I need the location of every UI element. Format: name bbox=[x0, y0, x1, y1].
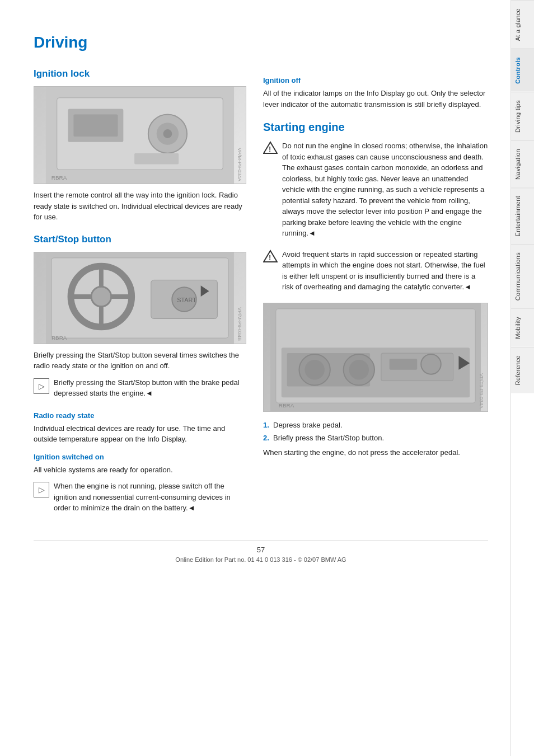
svg-text:START: START bbox=[177, 296, 196, 303]
footer: 57 Online Edition for Part no. 01 41 0 0… bbox=[34, 541, 488, 563]
start-stop-note-text: Briefly pressing the Start/Stop button w… bbox=[54, 377, 246, 399]
svg-text:!: ! bbox=[269, 145, 271, 153]
start-stop-note: ▷ Briefly pressing the Start/Stop button… bbox=[34, 377, 246, 403]
start-stop-title: Start/Stop button bbox=[34, 234, 246, 245]
warning-triangle-icon-2: ! bbox=[263, 249, 278, 264]
sidebar-tab-reference[interactable]: Reference bbox=[511, 347, 534, 393]
svg-point-6 bbox=[163, 129, 172, 138]
warning-2-text: Avoid frequent starts in rapid successio… bbox=[282, 249, 488, 293]
arrow-icon: ▷ bbox=[34, 378, 49, 394]
start-stop-body: Briefly pressing the Start/Stop button s… bbox=[34, 350, 246, 372]
svg-point-33 bbox=[349, 359, 369, 379]
sidebar-tab-mobility[interactable]: Mobility bbox=[511, 308, 534, 347]
main-content: Driving Ignition lock RBRA VP/M bbox=[0, 0, 510, 756]
arrow-icon-2: ▷ bbox=[34, 482, 49, 497]
ignition-on-note: ▷ When the engine is not running, please… bbox=[34, 481, 246, 518]
warning-triangle-icon-1: ! bbox=[263, 140, 278, 155]
sidebar: At a glance Controls Driving tips Naviga… bbox=[510, 0, 534, 756]
svg-point-31 bbox=[305, 359, 325, 379]
ignition-on-note-text: When the engine is not running, please s… bbox=[54, 481, 246, 514]
step-2: 2. Briefly press the Start/Stop button. bbox=[263, 433, 488, 444]
sidebar-tab-driving-tips[interactable]: Driving tips bbox=[511, 92, 534, 140]
warning-2: ! Avoid frequent starts in rapid success… bbox=[263, 249, 488, 297]
left-column: Ignition lock RBRA VP/M-P9-034A Insert t… bbox=[34, 68, 246, 524]
svg-point-12 bbox=[91, 287, 111, 307]
right-column: Ignition off All of the indicator lamps … bbox=[263, 68, 488, 524]
ignition-off-body: All of the indicator lamps on the Info D… bbox=[263, 88, 488, 110]
radio-ready-body: Individual electrical devices are ready … bbox=[34, 423, 246, 445]
engine-img-watermark: VP/T9-P9-034A bbox=[479, 373, 484, 408]
sidebar-tab-communications[interactable]: Communications bbox=[511, 244, 534, 308]
engine-start-image: RBRA VP/T9-P9-034A bbox=[263, 303, 488, 412]
ignition-lock-title: Ignition lock bbox=[34, 68, 246, 79]
sidebar-tab-controls[interactable]: Controls bbox=[511, 49, 534, 92]
step-1: 1. Depress brake pedal. bbox=[263, 420, 488, 431]
page-number: 57 bbox=[34, 546, 488, 554]
footer-text: Online Edition for Part no. 01 41 0 013 … bbox=[34, 556, 488, 563]
svg-rect-35 bbox=[390, 358, 417, 369]
page-title: Driving bbox=[34, 34, 488, 51]
after-steps-text: When starting the engine, do not press t… bbox=[263, 447, 488, 458]
svg-text:RBRA: RBRA bbox=[279, 402, 294, 408]
sidebar-tab-entertainment[interactable]: Entertainment bbox=[511, 187, 534, 244]
svg-text:!: ! bbox=[269, 253, 271, 262]
svg-text:RBRA: RBRA bbox=[51, 175, 67, 181]
sidebar-tab-at-a-glance[interactable]: At a glance bbox=[511, 0, 534, 49]
ignition-lock-image: RBRA VP/M-P9-034A bbox=[34, 86, 246, 184]
warning-1: ! Do not run the engine in closed rooms;… bbox=[263, 140, 488, 243]
starting-engine-title: Starting engine bbox=[263, 121, 488, 134]
svg-rect-3 bbox=[73, 114, 118, 137]
svg-text:RBRA: RBRA bbox=[51, 335, 67, 341]
sidebar-tab-navigation[interactable]: Navigation bbox=[511, 140, 534, 187]
radio-ready-title: Radio ready state bbox=[34, 411, 246, 420]
start-stop-image: START RBRA VP/M-P9-034B bbox=[34, 252, 246, 344]
svg-point-36 bbox=[421, 354, 441, 374]
ignition-lock-body: Insert the remote control all the way in… bbox=[34, 190, 246, 223]
ignition-img-watermark: VP/M-P9-034A bbox=[237, 148, 242, 181]
svg-rect-7 bbox=[134, 153, 179, 165]
warning-1-text: Do not run the engine in closed rooms; o… bbox=[282, 140, 488, 239]
ignition-on-body: All vehicle systems are ready for operat… bbox=[34, 464, 246, 476]
start-stop-img-watermark: VP/M-P9-034B bbox=[237, 307, 242, 341]
steps-list: 1. Depress brake pedal. 2. Briefly press… bbox=[263, 420, 488, 444]
ignition-on-title: Ignition switched on bbox=[34, 453, 246, 461]
ignition-off-title: Ignition off bbox=[263, 76, 488, 84]
